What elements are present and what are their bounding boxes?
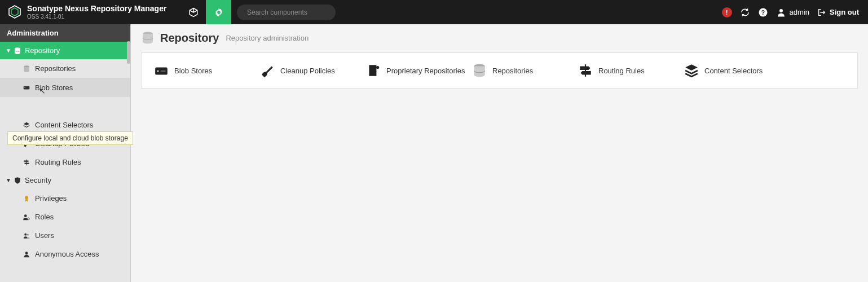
sidebar-group-repository[interactable]: ▼ Repository bbox=[0, 42, 130, 59]
svg-rect-11 bbox=[26, 159, 27, 165]
username-label: admin bbox=[790, 8, 809, 16]
sidebar-group-security[interactable]: ▼ Security bbox=[0, 171, 130, 189]
user-menu[interactable]: admin bbox=[776, 7, 809, 17]
logo-icon bbox=[8, 5, 21, 19]
page-subtitle: Repository administration bbox=[226, 34, 309, 42]
database-icon bbox=[472, 63, 487, 78]
svg-rect-10 bbox=[25, 162, 29, 164]
svg-point-12 bbox=[25, 196, 28, 199]
svg-point-13 bbox=[24, 214, 27, 217]
app-header: Sonatype Nexus Repository Manager OSS 3.… bbox=[0, 0, 868, 24]
item-label: Users bbox=[35, 231, 54, 240]
card-blob-stores[interactable]: Blob Stores bbox=[154, 63, 260, 78]
svg-point-14 bbox=[28, 218, 30, 220]
card-cleanup-policies[interactable]: Cleanup Policies bbox=[260, 63, 366, 78]
search-input[interactable] bbox=[247, 8, 332, 16]
item-label: Privileges bbox=[35, 194, 67, 202]
svg-rect-9 bbox=[24, 160, 28, 161]
card-label: Content Selectors bbox=[704, 67, 763, 75]
svg-text:?: ? bbox=[761, 8, 764, 15]
harddrive-icon bbox=[23, 83, 30, 91]
database-icon bbox=[23, 65, 30, 73]
layers-icon bbox=[684, 63, 699, 78]
item-label: Routing Rules bbox=[35, 158, 81, 166]
item-label: Anonymous Access bbox=[35, 250, 99, 258]
tooltip: Configure local and cloud blob storage bbox=[7, 131, 133, 145]
sidebar-item-privileges[interactable]: Privileges bbox=[0, 189, 130, 208]
gear-icon bbox=[214, 7, 224, 17]
alert-badge[interactable]: ! bbox=[722, 7, 732, 17]
database-icon bbox=[14, 47, 21, 55]
signout-icon bbox=[817, 8, 826, 17]
card-label: Blob Stores bbox=[174, 67, 212, 75]
product-version: OSS 3.41.1-01 bbox=[27, 14, 166, 20]
refresh-icon[interactable] bbox=[740, 7, 750, 17]
signout-label: Sign out bbox=[830, 8, 859, 16]
harddrive-icon bbox=[154, 63, 169, 78]
badge-icon bbox=[23, 195, 30, 202]
item-label: Content Selectors bbox=[35, 121, 93, 129]
card-label: Repositories bbox=[492, 67, 533, 75]
sidebar-header: Administration bbox=[0, 24, 130, 42]
svg-point-20 bbox=[157, 70, 159, 72]
item-label: Roles bbox=[35, 213, 54, 221]
card-label: Cleanup Policies bbox=[280, 67, 335, 75]
svg-point-4 bbox=[779, 9, 783, 12]
admin-mode-button[interactable] bbox=[206, 0, 231, 24]
building-icon bbox=[366, 63, 381, 78]
browse-mode-button[interactable] bbox=[180, 0, 206, 24]
sidebar-item-anonymous[interactable]: Anonymous Access bbox=[0, 245, 130, 263]
sidebar-item-roles[interactable]: Roles bbox=[0, 208, 130, 226]
sidebar: Administration ▼ Repository Repositories… bbox=[0, 24, 131, 282]
help-icon[interactable]: ? bbox=[758, 7, 768, 17]
signpost-icon bbox=[23, 158, 30, 166]
page-title-row: Repository Repository administration bbox=[131, 24, 868, 52]
card-grid: Blob Stores Cleanup Policies Proprietary… bbox=[141, 52, 858, 89]
group-label: Security bbox=[25, 176, 51, 184]
sidebar-item-repositories[interactable]: Repositories bbox=[0, 59, 130, 78]
sidebar-item-users[interactable]: Users bbox=[0, 226, 130, 245]
card-label: Routing Rules bbox=[598, 67, 645, 75]
logo-area: Sonatype Nexus Repository Manager OSS 3.… bbox=[0, 5, 180, 19]
card-content-selectors[interactable]: Content Selectors bbox=[684, 63, 790, 78]
card-routing-rules[interactable]: Routing Rules bbox=[578, 63, 684, 78]
signout-button[interactable]: Sign out bbox=[817, 8, 859, 17]
signpost-icon bbox=[578, 63, 593, 78]
scrollbar[interactable] bbox=[127, 41, 130, 64]
sidebar-item-blob-stores[interactable]: Blob Stores ↖ bbox=[0, 78, 130, 97]
svg-point-15 bbox=[24, 233, 27, 235]
user-icon bbox=[776, 7, 786, 17]
svg-rect-7 bbox=[24, 86, 30, 90]
content-area: Repository Repository administration Blo… bbox=[131, 24, 868, 282]
chevron-down-icon: ▼ bbox=[6, 47, 10, 54]
product-name: Sonatype Nexus Repository Manager bbox=[27, 5, 166, 13]
search-box[interactable] bbox=[237, 5, 336, 20]
svg-rect-25 bbox=[585, 64, 586, 77]
page-title: Repository bbox=[160, 32, 219, 45]
svg-point-8 bbox=[24, 87, 25, 88]
user-gear-icon bbox=[23, 213, 30, 221]
svg-rect-22 bbox=[369, 65, 376, 76]
item-label: Blob Stores bbox=[35, 83, 73, 92]
header-right: ! ? admin Sign out bbox=[722, 7, 868, 17]
sidebar-item-routing-rules[interactable]: Routing Rules bbox=[0, 153, 130, 171]
chevron-down-icon: ▼ bbox=[6, 177, 10, 183]
svg-rect-21 bbox=[161, 70, 166, 72]
users-icon bbox=[23, 232, 30, 240]
database-icon bbox=[141, 31, 155, 45]
svg-point-23 bbox=[376, 66, 379, 69]
nav-tree: ▼ Repository Repositories Blob Stores ↖ … bbox=[0, 42, 130, 263]
layers-icon bbox=[23, 121, 30, 129]
card-label: Proprietary Repositories bbox=[386, 67, 465, 75]
svg-point-17 bbox=[25, 252, 28, 254]
svg-point-16 bbox=[27, 233, 29, 235]
card-proprietary-repos[interactable]: Proprietary Repositories bbox=[366, 63, 472, 78]
item-label: Repositories bbox=[35, 64, 76, 73]
user-icon bbox=[23, 250, 30, 258]
product-title: Sonatype Nexus Repository Manager OSS 3.… bbox=[27, 5, 166, 19]
brush-icon bbox=[260, 63, 275, 78]
main-area: Administration ▼ Repository Repositories… bbox=[0, 24, 868, 282]
card-repositories[interactable]: Repositories bbox=[472, 63, 578, 78]
shield-icon bbox=[14, 177, 21, 184]
cube-icon bbox=[188, 7, 199, 17]
